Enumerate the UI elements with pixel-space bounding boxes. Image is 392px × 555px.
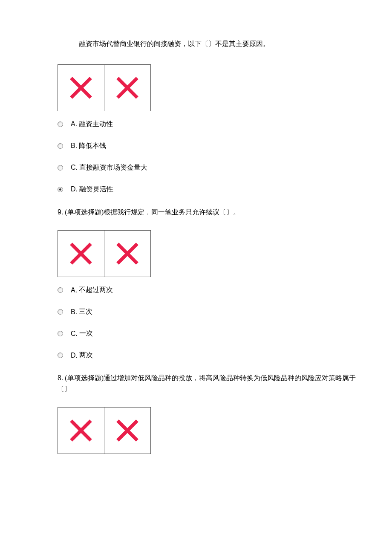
option-d[interactable]: D. 融资灵活性 [58,185,366,194]
image-box [104,407,151,454]
radio-icon[interactable] [58,121,63,127]
image-box [104,230,151,277]
option-label: D. [71,185,78,193]
option-text: 不超过两次 [79,286,113,295]
image-placeholder-row [58,407,366,454]
radio-icon[interactable] [58,353,63,358]
x-mark-icon [115,418,140,443]
option-text: 两次 [79,351,93,360]
options-list: A. 融资主动性 B. 降低本钱 C. 直接融资市场资金量大 D. 融资灵活性 [58,120,366,194]
x-mark-icon [115,75,140,100]
image-box [104,64,151,111]
option-text: 融资主动性 [79,120,113,129]
radio-icon[interactable] [58,165,63,171]
option-label: B. [71,142,77,150]
options-list: A. 不超过两次 B. 三次 C. 一次 D. 两次 [58,286,366,360]
option-b[interactable]: B. 三次 [58,307,366,316]
question-type: (单项选择题) [65,374,104,382]
option-label: D. [71,352,78,359]
radio-icon[interactable] [58,309,63,315]
x-mark-icon [69,418,93,443]
image-placeholder-row [58,64,366,111]
option-c[interactable]: C. 一次 [58,329,366,338]
radio-icon[interactable] [58,143,63,149]
radio-icon[interactable] [58,187,63,192]
x-mark-icon [69,75,93,100]
radio-icon[interactable] [58,287,63,293]
image-box [58,64,104,111]
x-mark-icon [115,241,140,266]
option-d[interactable]: D. 两次 [58,351,366,360]
option-label: C. [71,164,78,171]
option-text: 降低本钱 [79,142,106,150]
option-b[interactable]: B. 降低本钱 [58,142,366,150]
x-mark-icon [69,241,93,266]
option-label: B. [71,308,77,316]
option-label: C. [71,330,78,338]
question-intro-text: 融资市场代替商业银行的间接融资，以下〔〕不是其主要原因。 [58,38,366,49]
image-box [58,407,104,454]
question-text: 根据我行规定，同一笔业务只允许续议〔〕。 [104,208,240,216]
option-label: A. [71,120,77,128]
option-text: 直接融资市场资金量大 [79,163,147,172]
question-8: 8. (单项选择题)通过增加对低风险品种的投放，将高风险品种转换为低风险品种的风… [58,373,366,394]
option-text: 融资灵活性 [79,185,113,194]
option-label: A. [71,286,77,294]
question-9: 9. (单项选择题)根据我行规定，同一笔业务只允许续议〔〕。 [58,207,366,218]
option-c[interactable]: C. 直接融资市场资金量大 [58,163,366,172]
image-box [58,230,104,277]
option-a[interactable]: A. 融资主动性 [58,120,366,129]
radio-icon[interactable] [58,331,63,336]
image-placeholder-row [58,230,366,277]
question-number: 8. [58,374,63,382]
option-a[interactable]: A. 不超过两次 [58,286,366,295]
question-number: 9. [58,208,63,216]
option-text: 三次 [79,307,92,316]
question-type: (单项选择题) [65,208,104,216]
option-text: 一次 [79,329,93,338]
